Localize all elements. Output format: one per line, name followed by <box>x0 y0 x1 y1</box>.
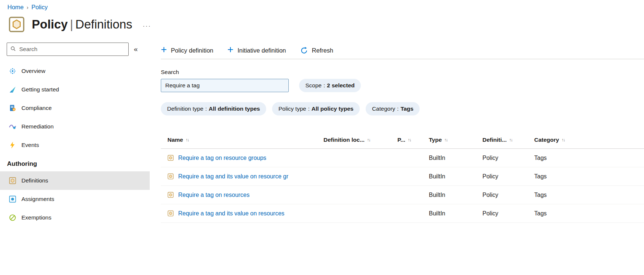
initiative-definition-button[interactable]: + Initiative definition <box>227 47 286 54</box>
plus-icon: + <box>227 46 233 53</box>
sidebar-item-overview[interactable]: Overview <box>0 62 150 80</box>
sidebar-item-label: Remediation <box>21 123 54 130</box>
filter-pill-category[interactable]: Category : Tags <box>366 102 420 115</box>
policy-definition-icon <box>167 210 174 217</box>
sort-icon: ↑↓ <box>562 138 565 142</box>
column-header-policies[interactable]: P...↑↓ <box>397 137 429 143</box>
definition-type-cell: Policy <box>482 173 534 180</box>
table-row: Require a tag and its value on resources… <box>161 204 644 223</box>
breadcrumb-home-link[interactable]: Home <box>7 4 24 11</box>
sidebar-item-definitions[interactable]: Definitions <box>0 171 150 190</box>
column-header-definition-location[interactable]: Definition loc...↑↓ <box>323 137 397 143</box>
sidebar-item-label: Events <box>21 142 39 148</box>
filter-pill-definition-type[interactable]: Definition type : All definition types <box>161 102 266 115</box>
definitions-search-input[interactable] <box>161 79 289 92</box>
category-cell: Tags <box>534 155 644 161</box>
column-header-type[interactable]: Type↑↓ <box>429 137 482 143</box>
policy-definition-icon <box>167 155 174 161</box>
sidebar-item-exemptions[interactable]: Exemptions <box>0 208 150 227</box>
search-label: Search <box>161 69 644 76</box>
remediation-icon <box>9 123 16 130</box>
chevron-right-icon: › <box>27 4 28 10</box>
definitions-table: Name↑↓ Definition loc...↑↓ P...↑↓ Type↑↓… <box>161 131 644 223</box>
command-bar: + Policy definition + Initiative definit… <box>161 43 644 58</box>
sidebar-item-label: Exemptions <box>21 214 51 221</box>
sidebar-search-box <box>7 43 129 56</box>
sidebar-item-label: Compliance <box>21 105 52 111</box>
sidebar-item-label: Getting started <box>21 86 59 93</box>
policy-definition-icon <box>167 173 174 180</box>
plus-icon: + <box>161 46 167 53</box>
definition-link[interactable]: Require a tag and its value on resources <box>178 210 284 217</box>
column-header-category[interactable]: Category↑↓ <box>534 137 644 143</box>
sort-icon: ↑↓ <box>444 138 448 142</box>
table-header-row: Name↑↓ Definition loc...↑↓ P...↑↓ Type↑↓… <box>161 131 644 149</box>
column-header-name[interactable]: Name↑↓ <box>167 137 323 143</box>
sidebar-section-authoring: Authoring <box>0 154 150 171</box>
sort-icon: ↑↓ <box>186 138 189 142</box>
sidebar-item-label: Overview <box>21 68 45 74</box>
breadcrumb: Home › Policy <box>0 0 644 11</box>
type-cell: BuiltIn <box>429 192 482 198</box>
search-icon <box>10 46 16 53</box>
definition-type-cell: Policy <box>482 210 534 217</box>
sort-icon: ↑↓ <box>509 138 512 142</box>
events-icon <box>9 141 16 149</box>
definition-type-cell: Policy <box>482 155 534 161</box>
sort-icon: ↑↓ <box>367 138 370 142</box>
category-cell: Tags <box>534 192 644 198</box>
breadcrumb-policy-link[interactable]: Policy <box>31 4 48 11</box>
sidebar-item-label: Definitions <box>21 177 48 184</box>
policy-definition-icon <box>167 192 174 198</box>
definition-link[interactable]: Require a tag on resource groups <box>178 155 266 161</box>
definition-link[interactable]: Require a tag and its value on resource … <box>178 173 288 180</box>
type-cell: BuiltIn <box>429 210 482 217</box>
getting-started-icon <box>9 86 16 93</box>
column-header-definition-type[interactable]: Definiti...↑↓ <box>482 137 534 143</box>
definitions-icon <box>9 177 16 184</box>
refresh-button[interactable]: Refresh <box>300 47 333 54</box>
sidebar-item-remediation[interactable]: Remediation <box>0 117 150 136</box>
filter-pill-policy-type[interactable]: Policy type : All policy types <box>272 102 360 115</box>
sidebar-item-events[interactable]: Events <box>0 136 150 154</box>
page-header: Policy|Definitions ··· <box>0 16 644 33</box>
sidebar-item-getting-started[interactable]: Getting started <box>0 80 150 99</box>
definition-type-cell: Policy <box>482 192 534 198</box>
page-title: Policy|Definitions <box>32 17 132 31</box>
table-row: Require a tag on resource groups BuiltIn… <box>161 149 644 167</box>
main-content: + Policy definition + Initiative definit… <box>150 43 644 223</box>
sidebar-item-assignments[interactable]: Assignments <box>0 190 150 208</box>
sidebar-item-compliance[interactable]: Compliance <box>0 99 150 117</box>
sidebar-item-label: Assignments <box>21 196 54 202</box>
category-cell: Tags <box>534 173 644 180</box>
sidebar: « Overview Getting started Compliance <box>0 43 150 227</box>
more-options-button[interactable]: ··· <box>143 23 151 30</box>
toolbar-divider <box>161 59 644 59</box>
refresh-icon <box>300 47 308 54</box>
collapse-sidebar-button[interactable]: « <box>134 45 138 53</box>
table-row: Require a tag on resources BuiltIn Polic… <box>161 186 644 204</box>
table-row: Require a tag and its value on resource … <box>161 167 644 186</box>
assignments-icon <box>9 195 16 203</box>
sort-icon: ↑↓ <box>408 138 411 142</box>
overview-icon <box>9 67 16 75</box>
definition-link[interactable]: Require a tag on resources <box>178 192 250 198</box>
sidebar-search-input[interactable] <box>18 46 125 53</box>
filter-pill-scope[interactable]: Scope : 2 selected <box>299 79 361 92</box>
policy-icon <box>8 16 25 33</box>
category-cell: Tags <box>534 210 644 217</box>
compliance-icon <box>9 104 16 112</box>
policy-definition-button[interactable]: + Policy definition <box>161 47 213 54</box>
type-cell: BuiltIn <box>429 173 482 180</box>
exemptions-icon <box>9 214 16 221</box>
type-cell: BuiltIn <box>429 155 482 161</box>
